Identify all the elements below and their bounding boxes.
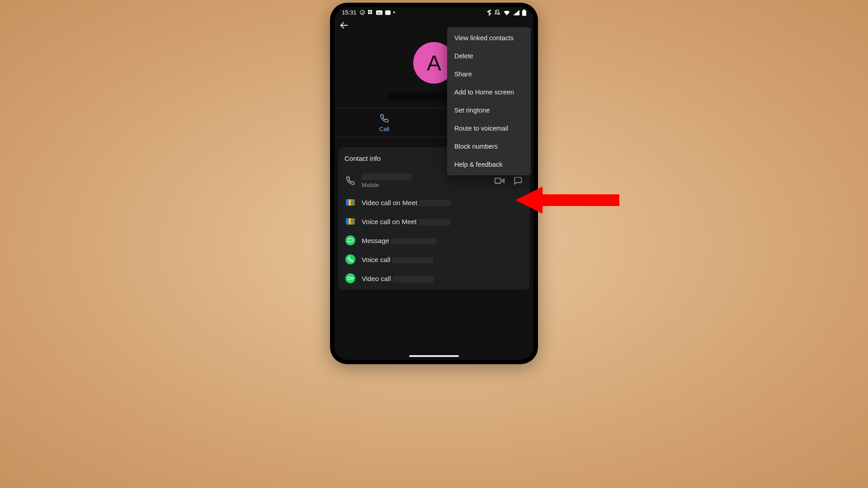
svg-rect-13 bbox=[348, 277, 351, 280]
phone-type-label: Mobile bbox=[362, 182, 411, 188]
phone-outline-icon bbox=[345, 176, 355, 186]
back-arrow-icon[interactable] bbox=[339, 20, 349, 30]
svg-rect-12 bbox=[495, 178, 501, 183]
status-bar: 15:31 (o) • bbox=[335, 7, 533, 17]
signal-icon bbox=[513, 10, 519, 15]
svg-rect-1 bbox=[368, 10, 370, 12]
whatsapp-voice-row[interactable]: Voice call bbox=[344, 250, 524, 269]
svg-rect-7 bbox=[385, 10, 391, 15]
wa-voice-label: Voice call bbox=[362, 256, 390, 263]
meet-icon bbox=[345, 216, 355, 226]
call-label: Call bbox=[379, 126, 389, 132]
svg-marker-14 bbox=[515, 187, 619, 214]
menu-block-numbers[interactable]: Block numbers bbox=[447, 137, 531, 155]
notification-pill-icon: (o) bbox=[376, 10, 382, 15]
wa-message-label: Message bbox=[362, 237, 389, 244]
status-left: 15:31 (o) • bbox=[342, 9, 395, 16]
svg-rect-3 bbox=[368, 12, 370, 14]
menu-route-voicemail[interactable]: Route to voicemail bbox=[447, 119, 531, 137]
screen: 15:31 (o) • bbox=[335, 7, 533, 360]
svg-rect-9 bbox=[524, 9, 525, 10]
meet-video-row[interactable]: Video call on Meet bbox=[344, 193, 524, 212]
svg-text:(o): (o) bbox=[377, 11, 381, 15]
overflow-menu: View linked contacts Delete Share Add to… bbox=[447, 27, 531, 175]
phone-frame: 15:31 (o) • bbox=[330, 3, 538, 364]
whatsapp-icon bbox=[345, 273, 355, 283]
whatsapp-icon bbox=[345, 235, 355, 245]
whatsapp-video-row[interactable]: Video call bbox=[344, 269, 524, 288]
redacted bbox=[391, 238, 436, 244]
menu-add-home[interactable]: Add to Home screen bbox=[447, 83, 531, 101]
phone-icon bbox=[380, 114, 389, 123]
status-time: 15:31 bbox=[342, 9, 357, 16]
menu-delete[interactable]: Delete bbox=[447, 47, 531, 65]
annotation-arrow bbox=[515, 184, 615, 211]
redacted bbox=[392, 257, 433, 263]
wa-video-label: Video call bbox=[362, 275, 391, 282]
menu-view-linked[interactable]: View linked contacts bbox=[447, 29, 531, 47]
meet-voice-row[interactable]: Voice call on Meet bbox=[344, 212, 524, 231]
home-indicator[interactable] bbox=[409, 355, 459, 357]
svg-point-0 bbox=[360, 10, 364, 15]
video-icon[interactable] bbox=[495, 177, 505, 185]
notification-badge-icon bbox=[385, 10, 391, 15]
avatar-initial: A bbox=[427, 51, 441, 75]
whatsapp-status-icon bbox=[359, 9, 365, 15]
redacted bbox=[419, 219, 450, 225]
dnd-icon bbox=[494, 9, 500, 16]
grid-status-icon bbox=[368, 10, 373, 15]
bluetooth-icon bbox=[487, 9, 491, 16]
redacted bbox=[419, 200, 451, 206]
menu-help-feedback[interactable]: Help & feedback bbox=[447, 155, 531, 174]
meet-video-label: Video call on Meet bbox=[362, 199, 417, 206]
phone-number-redacted bbox=[362, 174, 411, 180]
svg-rect-2 bbox=[370, 10, 372, 12]
svg-rect-8 bbox=[522, 10, 526, 16]
svg-rect-4 bbox=[370, 12, 372, 14]
wifi-icon bbox=[503, 10, 510, 15]
status-dot: • bbox=[393, 9, 396, 16]
menu-set-ringtone[interactable]: Set ringtone bbox=[447, 101, 531, 119]
battery-icon bbox=[522, 9, 526, 16]
call-action[interactable]: Call bbox=[335, 108, 434, 137]
menu-share[interactable]: Share bbox=[447, 65, 531, 83]
whatsapp-icon bbox=[345, 254, 355, 264]
redacted bbox=[393, 276, 434, 282]
status-right bbox=[487, 9, 526, 16]
meet-icon bbox=[345, 197, 355, 207]
whatsapp-message-row[interactable]: Message bbox=[344, 231, 524, 250]
meet-voice-label: Voice call on Meet bbox=[362, 218, 417, 225]
